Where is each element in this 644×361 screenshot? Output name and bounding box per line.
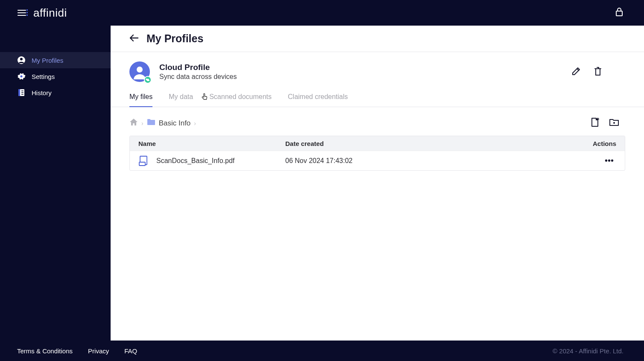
profile-icon xyxy=(17,56,26,64)
tab-claimed-credentials[interactable]: Claimed credentials xyxy=(288,93,348,107)
more-horizontal-icon: ••• xyxy=(605,156,614,165)
svg-rect-0 xyxy=(26,9,28,11)
tab-label: My data xyxy=(169,93,193,100)
footer-link-privacy[interactable]: Privacy xyxy=(88,347,109,355)
sidebar-item-history[interactable]: History xyxy=(0,84,111,101)
profile-title: Cloud Profile xyxy=(159,63,570,72)
tab-label: Claimed credentials xyxy=(288,93,348,100)
profile-subtitle: Sync data across devices xyxy=(159,73,570,81)
history-icon xyxy=(17,88,26,97)
footer-link-faq[interactable]: FAQ xyxy=(124,347,137,355)
profile-summary: Cloud Profile Sync data across devices xyxy=(111,52,644,82)
column-header-date[interactable]: Date created xyxy=(285,140,582,147)
sidebar-item-settings[interactable]: Settings xyxy=(0,68,111,84)
tabs: My files My data Scanned documents Claim… xyxy=(111,82,644,107)
file-icon xyxy=(138,155,149,166)
footer: Terms & Conditions Privacy FAQ © 2024 - … xyxy=(0,341,644,361)
back-arrow-icon[interactable] xyxy=(129,34,139,44)
sidebar: My Profiles Settings Histor xyxy=(0,26,111,341)
new-file-button[interactable] xyxy=(589,116,600,130)
breadcrumb-row: › Basic Info › xyxy=(111,107,644,136)
file-name: ScanDocs_Basic_Info.pdf xyxy=(156,157,234,165)
breadcrumb-current[interactable]: Basic Info xyxy=(159,119,191,128)
svg-rect-2 xyxy=(26,15,28,16)
svg-point-5 xyxy=(20,58,23,61)
svg-point-6 xyxy=(20,76,23,78)
page-header: My Profiles xyxy=(111,26,644,52)
sidebar-item-label: Settings xyxy=(32,73,55,80)
file-table: Name Date created Actions ScanDocs_Basic… xyxy=(129,136,625,171)
tab-label: Scanned documents xyxy=(209,93,272,100)
main-content: My Profiles Cloud Profile Sync data acro… xyxy=(111,26,644,341)
svg-rect-8 xyxy=(18,89,20,96)
footer-copyright: © 2024 - Affinidi Pte. Ltd. xyxy=(553,347,624,355)
trash-icon xyxy=(594,71,602,77)
sidebar-item-label: My Profiles xyxy=(32,57,63,64)
chevron-right-icon: › xyxy=(141,120,143,127)
tab-scanned-documents[interactable]: Scanned documents xyxy=(209,93,272,107)
edit-profile-button[interactable] xyxy=(570,65,583,79)
sidebar-item-label: History xyxy=(32,89,52,96)
tab-label: My files xyxy=(129,93,152,100)
pencil-icon xyxy=(571,71,581,77)
svg-rect-1 xyxy=(26,12,28,13)
breadcrumb: › Basic Info › xyxy=(129,118,196,128)
topbar: affinidi xyxy=(0,0,644,26)
new-folder-icon xyxy=(609,122,619,128)
page-title: My Profiles xyxy=(146,32,203,45)
chevron-right-icon: › xyxy=(194,120,196,127)
cursor-pointer-icon xyxy=(202,93,208,102)
tab-my-files[interactable]: My files xyxy=(129,93,152,107)
sidebar-item-my-profiles[interactable]: My Profiles xyxy=(0,52,111,68)
breadcrumb-home-icon[interactable] xyxy=(129,118,138,128)
brand-logo[interactable]: affinidi xyxy=(17,6,67,20)
file-date: 06 Nov 2024 17:43:02 xyxy=(285,157,582,165)
footer-link-terms[interactable]: Terms & Conditions xyxy=(17,347,73,355)
row-actions-button[interactable]: ••• xyxy=(602,154,616,167)
new-folder-button[interactable] xyxy=(608,116,620,130)
table-row[interactable]: ScanDocs_Basic_Info.pdf 06 Nov 2024 17:4… xyxy=(130,151,625,170)
svg-rect-14 xyxy=(139,162,145,166)
new-file-icon xyxy=(590,122,600,129)
column-header-actions: Actions xyxy=(582,140,616,147)
gear-icon xyxy=(17,72,26,81)
svg-rect-3 xyxy=(616,11,622,16)
cloud-sync-badge-icon xyxy=(144,76,152,84)
brand-logo-icon xyxy=(17,8,29,18)
folder-icon xyxy=(147,119,155,128)
lock-icon[interactable] xyxy=(615,7,624,18)
column-header-name[interactable]: Name xyxy=(138,140,285,147)
table-header: Name Date created Actions xyxy=(130,136,625,151)
delete-profile-button[interactable] xyxy=(592,65,604,79)
tab-my-data[interactable]: My data xyxy=(169,93,193,107)
avatar xyxy=(129,61,150,82)
svg-point-12 xyxy=(137,67,143,73)
brand-name: affinidi xyxy=(33,6,67,20)
